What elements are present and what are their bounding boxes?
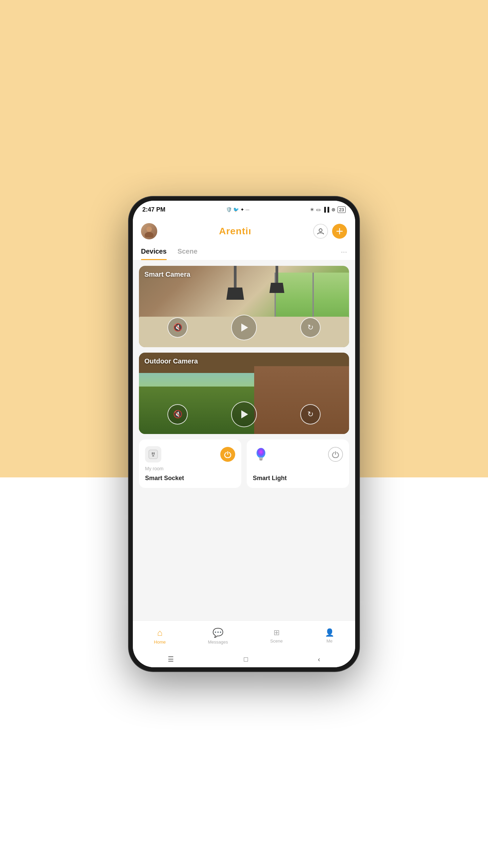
- socket-power-button[interactable]: [220, 447, 235, 462]
- outdoor-camera-card[interactable]: Outdoor Camera 🔇 ↻: [139, 353, 349, 434]
- mute-button[interactable]: 🔇: [167, 317, 188, 338]
- twitter-icon: 🐦: [233, 207, 239, 212]
- outdoor-play-icon: [241, 410, 248, 418]
- system-icons: ✳ ▭ ▐▐ ⊛ 23: [310, 206, 346, 213]
- smart-camera-controls: 🔇 ↻: [139, 308, 349, 347]
- wifi-icon: ⊛: [331, 207, 336, 212]
- status-time: 2:47 PM: [142, 206, 165, 213]
- notification-icons: 🛡️ 🐦 ✦ ···: [226, 207, 250, 212]
- phone-screen: 2:47 PM 🛡️ 🐦 ✦ ··· ✳ ▭ ▐▐ ⊛ 23: [133, 201, 355, 667]
- me-icon: 👤: [325, 628, 334, 637]
- nav-messages[interactable]: 💬 Messages: [203, 626, 233, 647]
- tabs-left: Devices Scene: [141, 243, 198, 260]
- scene-label: Scene: [270, 638, 283, 644]
- battery-icon: ▭: [316, 207, 321, 212]
- light-power-button[interactable]: [328, 447, 343, 462]
- tab-scene[interactable]: Scene: [178, 243, 198, 260]
- bluetooth-icon: ✳: [310, 207, 314, 212]
- light-card-top: [253, 446, 343, 462]
- me-label: Me: [326, 638, 332, 644]
- svg-point-9: [257, 448, 265, 458]
- socket-icon-container: [145, 446, 161, 462]
- svg-rect-5: [149, 450, 158, 459]
- play-button[interactable]: [231, 315, 257, 340]
- outdoor-play-button[interactable]: [231, 401, 257, 427]
- smart-socket-card[interactable]: My room Smart Socket: [139, 439, 241, 488]
- light-power-icon: [332, 451, 339, 458]
- tabs: Devices Scene ···: [133, 243, 355, 260]
- outdoor-refresh-icon: ↻: [307, 410, 313, 419]
- battery-level: 23: [338, 206, 346, 213]
- signal-icon: ▐▐: [323, 207, 329, 212]
- location-icon: ✦: [240, 207, 244, 212]
- system-nav: ☰ □ ‹: [133, 651, 355, 667]
- person-icon: [317, 228, 324, 235]
- svg-point-0: [146, 226, 152, 232]
- outdoor-camera-controls: 🔇 ↻: [139, 395, 349, 434]
- header-actions: [313, 224, 347, 239]
- status-bar: 2:47 PM 🛡️ 🐦 ✦ ··· ✳ ▭ ▐▐ ⊛ 23: [133, 201, 355, 218]
- outdoor-mute-icon: 🔇: [173, 410, 182, 419]
- socket-name: Smart Socket: [145, 475, 235, 482]
- play-icon: [241, 323, 248, 332]
- svg-rect-6: [152, 452, 153, 455]
- smart-camera-card[interactable]: Smart Camera 🔇 ↻: [139, 266, 349, 347]
- shield-icon: 🛡️: [226, 207, 232, 212]
- lamp2: [276, 266, 278, 293]
- app-header: Arentiı: [133, 218, 355, 243]
- smart-camera-label: Smart Camera: [144, 271, 190, 278]
- menu-button[interactable]: ☰: [168, 655, 174, 663]
- svg-rect-11: [259, 459, 263, 460]
- bulb-icon: [253, 447, 268, 462]
- more-dots: ···: [246, 207, 250, 212]
- smart-light-card[interactable]: Smart Light: [247, 439, 349, 488]
- app-logo: Arentiı: [219, 226, 251, 237]
- avatar-image: [143, 225, 155, 237]
- plus-icon: [336, 228, 343, 235]
- svg-rect-10: [259, 457, 263, 459]
- light-name: Smart Light: [253, 475, 343, 482]
- svg-point-1: [145, 232, 154, 237]
- refresh-icon: ↻: [307, 323, 313, 332]
- device-row: My room Smart Socket: [139, 439, 349, 488]
- socket-power-icon: [224, 451, 231, 458]
- svg-rect-8: [152, 455, 154, 456]
- svg-rect-7: [154, 452, 155, 455]
- outdoor-refresh-button[interactable]: ↻: [300, 404, 321, 425]
- scroll-content: Smart Camera 🔇 ↻: [133, 260, 355, 620]
- nav-home[interactable]: ⌂ Home: [148, 626, 171, 647]
- svg-rect-12: [260, 460, 262, 460]
- messages-icon: 💬: [212, 628, 223, 638]
- back-button[interactable]: ‹: [318, 655, 320, 663]
- tabs-more-button[interactable]: ···: [341, 248, 347, 256]
- profile-button[interactable]: [313, 224, 328, 239]
- bulb-icon-container: [253, 446, 269, 462]
- logo-dot: ı: [248, 226, 251, 236]
- add-button[interactable]: [332, 224, 347, 239]
- socket-card-top: [145, 446, 235, 462]
- logo-text: Arenti: [219, 226, 248, 236]
- bottom-nav: ⌂ Home 💬 Messages ⊞ Scene 👤 Me: [133, 620, 355, 651]
- phone-shell: 2:47 PM 🛡️ 🐦 ✦ ··· ✳ ▭ ▐▐ ⊛ 23: [129, 197, 359, 671]
- socket-subtitle: My room: [145, 466, 235, 471]
- messages-label: Messages: [208, 639, 228, 645]
- home-button[interactable]: □: [244, 655, 248, 663]
- avatar[interactable]: [141, 223, 157, 239]
- mute-icon: 🔇: [173, 323, 182, 332]
- lamp1: [234, 266, 237, 300]
- svg-point-2: [319, 229, 322, 232]
- socket-icon: [147, 448, 159, 460]
- outdoor-camera-label: Outdoor Camera: [144, 357, 198, 365]
- scene-icon: ⊞: [273, 628, 280, 637]
- outdoor-mute-button[interactable]: 🔇: [167, 404, 188, 425]
- nav-me[interactable]: 👤 Me: [320, 626, 340, 646]
- smart-camera-image: Smart Camera 🔇 ↻: [139, 266, 349, 347]
- nav-scene[interactable]: ⊞ Scene: [265, 626, 288, 646]
- home-label: Home: [154, 639, 166, 645]
- outdoor-camera-image: Outdoor Camera 🔇 ↻: [139, 353, 349, 434]
- home-icon: ⌂: [157, 628, 163, 638]
- tab-devices[interactable]: Devices: [141, 243, 167, 260]
- refresh-button[interactable]: ↻: [300, 317, 321, 338]
- light-subtitle: [253, 466, 343, 471]
